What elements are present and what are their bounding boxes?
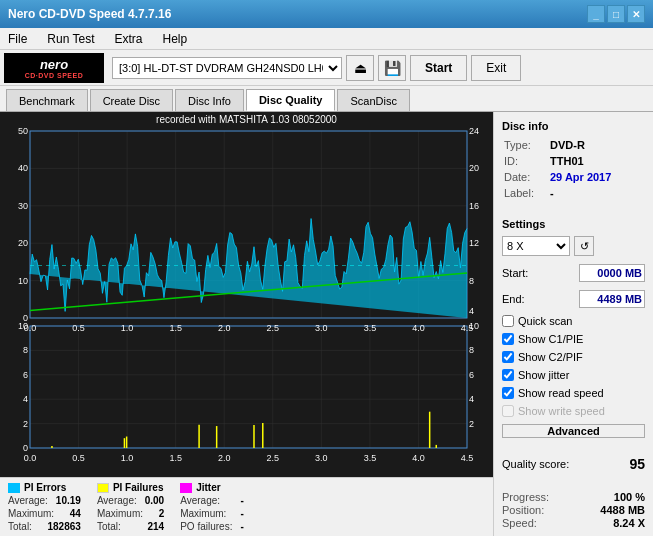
pi-failures-label: PI Failures [113,482,164,493]
disc-date-row: Date: 29 Apr 2017 [504,170,643,184]
pi-failures-color [97,483,109,493]
jitter-max-row: Maximum: - [180,508,244,519]
speed-value: 8.24 X [613,517,645,529]
nero-logo-text: nero [40,57,68,72]
pi-errors-total-row: Total: 182863 [8,521,81,532]
main-content: recorded with MATSHITA 1.03 08052000 PI … [0,112,653,536]
close-button[interactable]: ✕ [627,5,645,23]
pi-errors-max-row: Maximum: 44 [8,508,81,519]
exit-button[interactable]: Exit [471,55,521,81]
menu-runtest[interactable]: Run Test [43,30,98,48]
start-label: Start: [502,267,528,279]
pi-failures-total-row: Total: 214 [97,521,164,532]
disc-id-row: ID: TTH01 [504,154,643,168]
pi-errors-label: PI Errors [24,482,66,493]
quick-scan-label: Quick scan [518,315,572,327]
cb-c1-pie: Show C1/PIE [502,333,645,345]
save-icon-btn[interactable]: 💾 [378,55,406,81]
position-row: Position: 4488 MB [502,504,645,516]
disc-label-row: Label: - [504,186,643,200]
progress-row: Progress: 100 % [502,491,645,503]
legend-jitter: Jitter Average: - Maximum: - PO failures… [180,482,244,532]
minimize-button[interactable]: _ [587,5,605,23]
progress-label: Progress: [502,491,549,503]
app-title: Nero CD-DVD Speed 4.7.7.16 [8,7,171,21]
menu-file[interactable]: File [4,30,31,48]
title-bar: Nero CD-DVD Speed 4.7.7.16 _ □ ✕ [0,0,653,28]
tab-disc-quality[interactable]: Disc Quality [246,89,336,111]
cb-jitter: Show jitter [502,369,645,381]
cb-read-speed: Show read speed [502,387,645,399]
speed-label: Speed: [502,517,537,529]
disc-type-row: Type: DVD-R [504,138,643,152]
legend-pi-errors: PI Errors Average: 10.19 Maximum: 44 Tot… [8,482,81,532]
disc-info-title: Disc info [502,120,645,132]
start-input[interactable] [579,264,645,282]
pi-failures-max-row: Maximum: 2 [97,508,164,519]
cb-write-speed: Show write speed [502,405,645,417]
menu-help[interactable]: Help [159,30,192,48]
maximize-button[interactable]: □ [607,5,625,23]
jitter-po-row: PO failures: - [180,521,244,532]
settings-title: Settings [502,218,645,230]
window-controls: _ □ ✕ [587,5,645,23]
write-speed-checkbox [502,405,514,417]
cb-c2-pif: Show C2/PIF [502,351,645,363]
end-label: End: [502,293,525,305]
tab-disc-info[interactable]: Disc Info [175,89,244,111]
jitter-color [180,483,192,493]
eject-icon-btn[interactable]: ⏏ [346,55,374,81]
write-speed-label: Show write speed [518,405,605,417]
jitter-cb-label: Show jitter [518,369,569,381]
pi-failures-avg-row: Average: 0.00 [97,495,164,506]
quality-score-row: Quality score: 95 [502,456,645,472]
speed-select[interactable]: 8 X [502,236,570,256]
chart-container: recorded with MATSHITA 1.03 08052000 [0,112,493,477]
quick-scan-checkbox[interactable] [502,315,514,327]
tab-create-disc[interactable]: Create Disc [90,89,173,111]
quality-score-label: Quality score: [502,458,569,470]
read-speed-label: Show read speed [518,387,604,399]
tab-benchmark[interactable]: Benchmark [6,89,88,111]
tab-bar: Benchmark Create Disc Disc Info Disc Qua… [0,86,653,112]
drive-select[interactable]: [3:0] HL-DT-ST DVDRAM GH24NSD0 LH00 [112,57,342,79]
end-mb-row: End: [502,290,645,308]
position-label: Position: [502,504,544,516]
menu-extra[interactable]: Extra [110,30,146,48]
progress-value: 100 % [614,491,645,503]
toolbar: nero CD·DVD SPEED [3:0] HL-DT-ST DVDRAM … [0,50,653,86]
tab-scandisc[interactable]: ScanDisc [337,89,409,111]
advanced-button[interactable]: Advanced [502,424,645,438]
right-panel: Disc info Type: DVD-R ID: TTH01 Date: 29… [493,112,653,536]
jitter-avg-row: Average: - [180,495,244,506]
c2pif-label: Show C2/PIF [518,351,583,363]
pi-errors-color [8,483,20,493]
end-input[interactable] [579,290,645,308]
c1pie-checkbox[interactable] [502,333,514,345]
quality-score-value: 95 [629,456,645,472]
main-chart-canvas [0,127,493,476]
charts-section: recorded with MATSHITA 1.03 08052000 PI … [0,112,493,536]
c2pif-checkbox[interactable] [502,351,514,363]
position-value: 4488 MB [600,504,645,516]
read-speed-checkbox[interactable] [502,387,514,399]
start-button[interactable]: Start [410,55,467,81]
c1pie-label: Show C1/PIE [518,333,583,345]
nero-logo-sub: CD·DVD SPEED [25,72,84,79]
nero-logo: nero CD·DVD SPEED [4,53,104,83]
progress-section: Progress: 100 % Position: 4488 MB Speed:… [502,490,645,530]
jitter-label: Jitter [196,482,220,493]
start-mb-row: Start: [502,264,645,282]
menu-bar: File Run Test Extra Help [0,28,653,50]
refresh-icon-btn[interactable]: ↺ [574,236,594,256]
cb-quick-scan: Quick scan [502,315,645,327]
disc-info-table: Type: DVD-R ID: TTH01 Date: 29 Apr 2017 … [502,136,645,202]
pi-errors-avg-row: Average: 10.19 [8,495,81,506]
speed-settings-row: 8 X ↺ [502,236,645,256]
legend-pi-failures: PI Failures Average: 0.00 Maximum: 2 Tot… [97,482,164,532]
speed-row: Speed: 8.24 X [502,517,645,529]
legend-bar: PI Errors Average: 10.19 Maximum: 44 Tot… [0,477,493,536]
jitter-checkbox[interactable] [502,369,514,381]
chart-title: recorded with MATSHITA 1.03 08052000 [0,112,493,127]
